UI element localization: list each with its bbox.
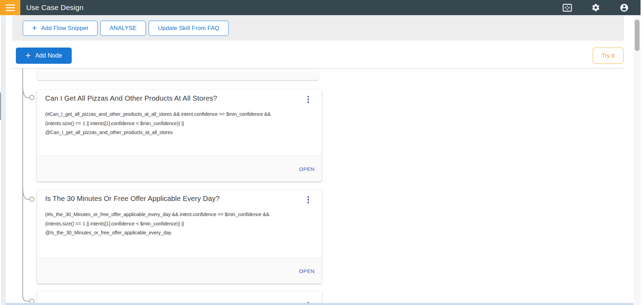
- page-title: Use Case Design: [26, 3, 83, 12]
- plus-icon: +: [26, 51, 31, 60]
- plus-icon: +: [32, 24, 37, 32]
- node-port: [30, 95, 34, 100]
- horizontal-scrollbar[interactable]: [6, 303, 633, 305]
- node-condition: (#Can_I_get_all_pizzas_and_other_product…: [45, 110, 303, 137]
- node-title: Can I Get All Pizzas And Other Products …: [45, 94, 303, 102]
- fit-screen-icon[interactable]: [563, 4, 572, 12]
- vertical-scrollbar-thumb[interactable]: [635, 20, 640, 51]
- node-card-partial-top[interactable]: [37, 69, 319, 80]
- hamburger-icon: [6, 4, 15, 6]
- snippet-toolbar: + Add Flow Snippet ANALYSE Update Skill …: [12, 16, 624, 41]
- node-card[interactable]: Can I Get All Pizzas And Other Products …: [37, 90, 322, 182]
- top-app-bar: Use Case Design: [0, 0, 641, 15]
- vertical-scrollbar-track[interactable]: [634, 15, 641, 305]
- node-card-footer: OPEN: [37, 258, 322, 284]
- account-icon[interactable]: [620, 3, 629, 12]
- try-it-button[interactable]: Try It: [593, 48, 624, 64]
- node-card-footer: OPEN: [37, 156, 322, 182]
- hamburger-menu-button[interactable]: [0, 0, 20, 15]
- update-skill-from-faq-button[interactable]: Update Skill From FAQ: [149, 21, 229, 36]
- analyse-button[interactable]: ANALYSE: [100, 21, 146, 36]
- node-title: Is The 30 Minutes Or Free Offer Applicab…: [45, 194, 303, 203]
- left-gutter: [1, 15, 6, 305]
- left-edge-scrollbar-thumb[interactable]: [0, 92, 1, 120]
- open-node-link[interactable]: OPEN: [299, 166, 315, 172]
- node-menu-kebab-icon[interactable]: [306, 94, 311, 104]
- add-flow-snippet-button[interactable]: + Add Flow Snippet: [23, 21, 98, 36]
- node-port: [30, 197, 34, 202]
- settings-gear-icon[interactable]: [591, 3, 600, 12]
- add-node-button[interactable]: + Add Node: [16, 48, 72, 64]
- node-condition: (#Is_the_30_Minutes_or_free_offer_applic…: [45, 210, 303, 237]
- open-node-link[interactable]: OPEN: [299, 268, 315, 274]
- node-card[interactable]: Is The 30 Minutes Or Free Offer Applicab…: [37, 190, 322, 284]
- node-menu-kebab-icon[interactable]: [306, 195, 311, 205]
